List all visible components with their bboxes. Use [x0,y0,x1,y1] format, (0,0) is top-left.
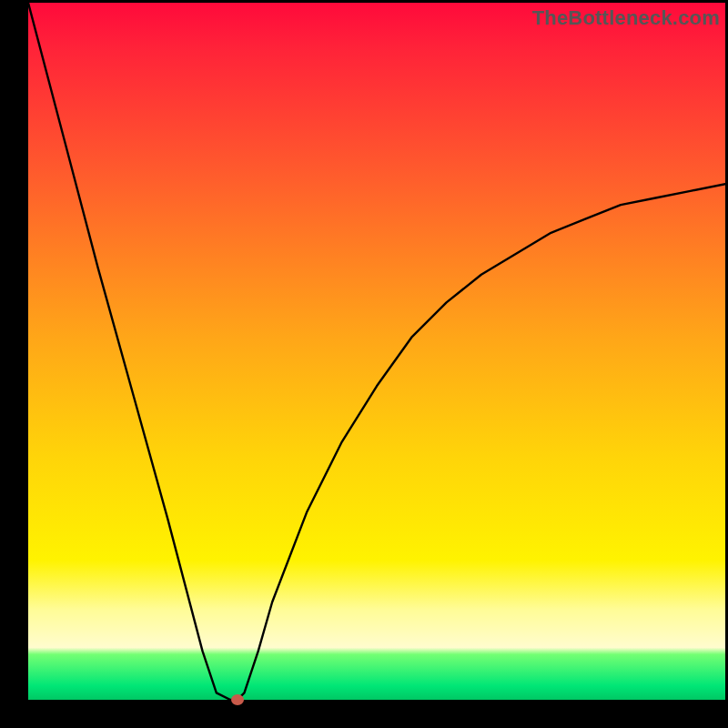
chart-plot-area: TheBottleneck.com [28,3,725,700]
bottleneck-curve [28,3,725,700]
chart-frame: TheBottleneck.com [0,0,728,728]
optimal-point-marker [231,694,244,705]
